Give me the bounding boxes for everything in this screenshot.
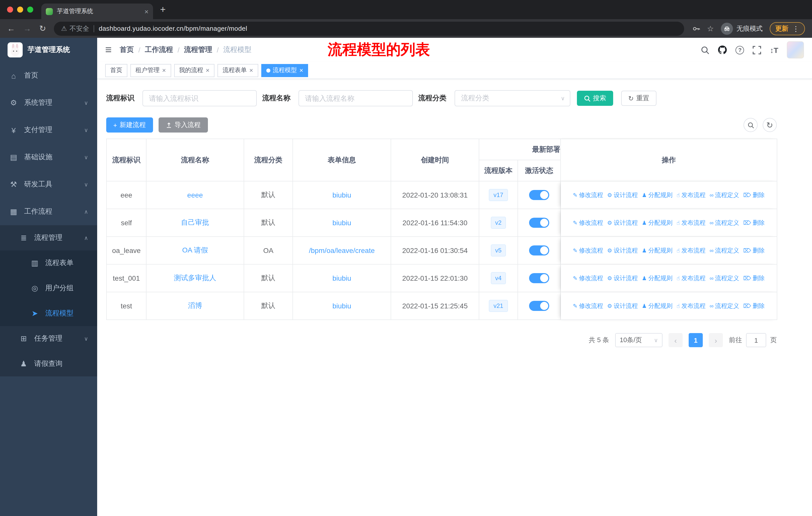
password-key-icon[interactable]	[692, 24, 700, 32]
action-design-process[interactable]: ⚙设计流程	[607, 246, 638, 255]
create-process-button[interactable]: + 新建流程	[106, 117, 153, 133]
zoom-window-button[interactable]	[27, 6, 33, 12]
bookmark-star-icon[interactable]: ☆	[707, 24, 714, 33]
sidebar-item-system[interactable]: ⚙ 系统管理	[0, 89, 97, 116]
action-delete[interactable]: ⌦删除	[743, 219, 765, 227]
sidebar-item-process-management[interactable]: ≣ 流程管理	[0, 225, 97, 250]
browser-update-button[interactable]: 更新 ⋮	[770, 22, 805, 35]
sidebar-item-user-group[interactable]: ◎ 用户分组	[0, 276, 97, 301]
sidebar-item-payment[interactable]: ¥ 支付管理	[0, 116, 97, 144]
action-publish-process[interactable]: ☝发布流程	[676, 219, 705, 227]
active-toggle[interactable]	[529, 245, 549, 255]
process-name-link[interactable]: 测试多审批人	[174, 274, 216, 282]
forward-icon[interactable]: →	[23, 24, 31, 33]
action-assign-rule[interactable]: ♟分配规则	[642, 219, 672, 227]
close-icon[interactable]: ×	[162, 67, 166, 74]
active-toggle[interactable]	[529, 301, 549, 311]
action-assign-rule[interactable]: ♟分配规则	[642, 274, 672, 283]
back-icon[interactable]: ←	[7, 24, 15, 33]
sidebar-item-devtools[interactable]: ⚒ 研发工具	[0, 171, 97, 198]
user-avatar[interactable]	[787, 41, 804, 58]
active-toggle[interactable]	[529, 190, 549, 200]
action-publish-process[interactable]: ☝发布流程	[676, 246, 705, 255]
goto-page-input[interactable]	[746, 333, 766, 347]
action-publish-process[interactable]: ☝发布流程	[676, 302, 705, 310]
tab-close-icon[interactable]: ×	[144, 8, 148, 15]
active-toggle[interactable]	[529, 218, 549, 228]
sidebar-item-task-management[interactable]: ⊞ 任务管理	[0, 326, 97, 351]
action-delete[interactable]: ⌦删除	[743, 302, 765, 310]
action-edit-process[interactable]: ✎修改流程	[573, 274, 603, 283]
refresh-table-button[interactable]: ↻	[763, 118, 777, 132]
action-design-process[interactable]: ⚙设计流程	[607, 302, 638, 310]
process-name-link[interactable]: 滔博	[188, 301, 202, 309]
fullscreen-icon[interactable]	[753, 46, 761, 54]
action-publish-process[interactable]: ☝发布流程	[676, 274, 705, 283]
form-info-link[interactable]: biubiu	[332, 219, 351, 227]
search-button[interactable]: 搜索	[577, 91, 613, 106]
action-edit-process[interactable]: ✎修改流程	[573, 302, 603, 310]
toggle-search-button[interactable]	[744, 118, 758, 132]
action-process-definition[interactable]: ∞流程定义	[709, 191, 739, 199]
next-page-button[interactable]: ›	[709, 333, 723, 347]
breadcrumb-workflow[interactable]: 工作流程	[145, 45, 173, 54]
current-page-button[interactable]: 1	[689, 333, 703, 347]
action-process-definition[interactable]: ∞流程定义	[709, 218, 739, 227]
action-process-definition[interactable]: ∞流程定义	[709, 274, 739, 282]
action-assign-rule[interactable]: ♟分配规则	[642, 246, 672, 255]
tag-process-model[interactable]: 流程模型 ×	[261, 64, 308, 77]
address-bar[interactable]: ⚠ 不安全 dashboard.yudao.iocoder.cn/bpm/man…	[54, 21, 684, 35]
sidebar-item-leave-query[interactable]: ♟ 请假查询	[0, 351, 97, 376]
prev-page-button[interactable]: ‹	[669, 333, 683, 347]
action-delete[interactable]: ⌦删除	[743, 191, 765, 199]
form-info-link[interactable]: biubiu	[332, 191, 351, 199]
form-info-link[interactable]: /bpm/oa/leave/create	[309, 246, 375, 254]
action-design-process[interactable]: ⚙设计流程	[607, 219, 638, 227]
action-assign-rule[interactable]: ♟分配规则	[642, 302, 672, 310]
action-assign-rule[interactable]: ♟分配规则	[642, 191, 672, 199]
action-process-definition[interactable]: ∞流程定义	[709, 302, 739, 310]
form-info-link[interactable]: biubiu	[332, 274, 351, 282]
process-name-link[interactable]: 自己审批	[181, 218, 209, 226]
sidebar-item-workflow[interactable]: ▦ 工作流程	[0, 198, 97, 225]
browser-tab[interactable]: 芋道管理系统 ×	[41, 3, 153, 19]
menu-fold-icon[interactable]: ≡	[105, 44, 112, 55]
sidebar-item-process-model[interactable]: ➤ 流程模型	[0, 301, 97, 326]
form-info-link[interactable]: biubiu	[332, 302, 351, 310]
tag-process-form[interactable]: 流程表单 ×	[218, 64, 258, 77]
action-design-process[interactable]: ⚙设计流程	[607, 191, 638, 199]
sidebar-item-home[interactable]: ⌂ 首页	[0, 62, 97, 89]
close-window-button[interactable]	[7, 6, 13, 12]
import-process-button[interactable]: 导入流程	[158, 117, 208, 133]
github-icon[interactable]	[718, 45, 727, 54]
close-icon[interactable]: ×	[249, 67, 253, 74]
action-process-definition[interactable]: ∞流程定义	[709, 246, 739, 255]
breadcrumb-home[interactable]: 首页	[120, 45, 134, 54]
help-icon[interactable]: ?	[736, 46, 744, 54]
app-logo[interactable]: 芋道管理系统	[0, 38, 97, 62]
close-icon[interactable]: ×	[206, 67, 209, 74]
action-publish-process[interactable]: ☝发布流程	[676, 191, 705, 199]
action-edit-process[interactable]: ✎修改流程	[573, 246, 603, 255]
search-icon[interactable]	[701, 46, 709, 54]
security-warning[interactable]: ⚠ 不安全	[61, 24, 89, 33]
browser-menu-icon[interactable]: ⋮	[792, 24, 800, 32]
reload-icon[interactable]: ↻	[39, 24, 46, 33]
sidebar-item-infrastructure[interactable]: ▤ 基础设施	[0, 144, 97, 171]
action-delete[interactable]: ⌦删除	[743, 274, 765, 283]
tag-tenant-management[interactable]: 租户管理 ×	[130, 64, 171, 77]
close-icon[interactable]: ×	[299, 67, 303, 74]
process-name-link[interactable]: eeee	[187, 191, 203, 199]
process-id-input[interactable]	[142, 90, 257, 106]
reset-button[interactable]: ↻ 重置	[621, 91, 657, 106]
page-size-select[interactable]: 10条/页 ∨	[615, 333, 663, 347]
action-delete[interactable]: ⌦删除	[743, 246, 765, 255]
breadcrumb-process-management[interactable]: 流程管理	[184, 45, 212, 54]
tag-home[interactable]: 首页	[105, 64, 127, 77]
process-name-link[interactable]: OA 请假	[182, 246, 208, 254]
action-design-process[interactable]: ⚙设计流程	[607, 274, 638, 283]
action-edit-process[interactable]: ✎修改流程	[573, 191, 603, 199]
process-category-select[interactable]: 流程分类 ∨	[455, 90, 570, 106]
sidebar-item-process-form[interactable]: ▥ 流程表单	[0, 250, 97, 276]
process-name-input[interactable]	[298, 90, 413, 106]
